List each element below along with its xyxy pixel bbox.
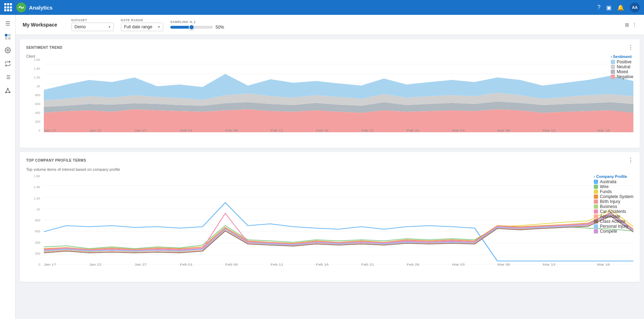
sampling-slider-fill — [170, 26, 192, 29]
x-tick-jan17: Jan 17 — [44, 129, 56, 132]
c-x-tick-feb16: Feb 16 — [316, 263, 329, 266]
class-actions-color — [594, 219, 598, 224]
personal-injury-label: Personal Injury — [600, 224, 628, 229]
sampling-field: SAMPLING % ℹ 50% — [170, 20, 224, 30]
appreciate-line — [44, 215, 633, 252]
company-legend-section[interactable]: › Company Profile — [594, 174, 633, 179]
sentiment-legend-section[interactable]: › Sentiment — [611, 54, 633, 59]
help-icon[interactable]: ? — [597, 4, 601, 11]
car-accidents-color — [594, 209, 598, 214]
nav-right-actions: ? ▣ 🔔 AA — [597, 2, 640, 12]
negative-color — [611, 75, 615, 79]
legend-funds[interactable]: Funds — [594, 189, 633, 194]
legend-australia[interactable]: Australia — [594, 179, 633, 184]
c-x-tick-jan22: Jan 22 — [89, 263, 101, 266]
more-options-icon[interactable]: ⋮ — [632, 22, 637, 28]
x-tick-mar08: Mar 08 — [497, 129, 510, 132]
ytick-2: 1.4K — [26, 67, 40, 70]
ytick-1: 1.6K — [26, 58, 40, 62]
screen-icon[interactable]: ▣ — [606, 4, 611, 11]
legend-car-accidents[interactable]: Car Accidents — [594, 209, 633, 214]
legend-negative[interactable]: Negative — [611, 74, 633, 79]
c-x-tick-feb21: Feb 21 — [361, 263, 374, 266]
c-ytick-5: 800 — [26, 219, 40, 222]
sampling-slider-track[interactable] — [170, 26, 213, 29]
class-actions-line — [44, 216, 633, 253]
mixed-color — [611, 70, 615, 74]
sampling-label: SAMPLING % — [170, 20, 193, 24]
daterange-select[interactable]: Full date range — [121, 23, 163, 31]
appreciate-label: Appreciate — [600, 214, 620, 219]
sentiment-panel-menu[interactable]: ⋮ — [628, 44, 633, 51]
legend-positive[interactable]: Positive — [611, 59, 633, 64]
c-ytick-6: 600 — [26, 230, 40, 233]
c-x-tick-mar08: Mar 08 — [497, 263, 510, 266]
legend-appreciate[interactable]: Appreciate — [594, 214, 633, 219]
legend-mixed[interactable]: Mixed — [611, 69, 633, 74]
ytick-4: 1K — [26, 85, 40, 88]
business-color — [594, 204, 598, 209]
c-x-tick-jan17: Jan 17 — [44, 263, 56, 266]
sampling-slider-thumb[interactable] — [189, 24, 194, 30]
legend-compete[interactable]: Compete — [594, 229, 633, 234]
daterange-label: DATE RANGE — [121, 18, 163, 22]
legend-wire[interactable]: Wire — [594, 184, 633, 189]
c-x-tick-mar03: Mar 03 — [452, 263, 465, 266]
gear-icon[interactable] — [2, 45, 13, 56]
nodes-icon[interactable] — [2, 85, 13, 96]
notification-icon[interactable]: 🔔 — [617, 4, 624, 11]
negative-label: Negative — [617, 74, 633, 79]
x-tick-feb01: Feb 01 — [180, 129, 193, 132]
c-x-tick-jan27: Jan 27 — [135, 263, 147, 266]
user-avatar[interactable]: AA — [630, 2, 640, 12]
c-x-tick-feb01: Feb 01 — [180, 263, 193, 266]
c-ytick-3: 1.2K — [26, 197, 40, 200]
wire-label: Wire — [600, 184, 609, 189]
company-panel-title: TOP COMPANY PROFILE TERMS — [26, 158, 86, 162]
c-x-tick-feb26: Feb 26 — [406, 263, 419, 266]
compete-label: Compete — [600, 229, 617, 234]
top-nav: Analytics ? ▣ 🔔 AA — [0, 0, 644, 15]
company-legend: › Company Profile Australia Wire — [594, 174, 633, 234]
company-chart: Jan 17 Jan 22 Jan 27 Feb 01 Feb 06 Feb 1… — [44, 174, 633, 266]
svg-rect-4 — [5, 37, 7, 40]
appreciate-color — [594, 214, 598, 219]
ytick-6: 600 — [26, 102, 40, 106]
svg-point-0 — [19, 7, 20, 8]
legend-birth-injury[interactable]: Birth Injury — [594, 199, 633, 204]
company-panel-menu[interactable]: ⋮ — [628, 157, 633, 164]
sampling-info-icon[interactable]: ℹ — [194, 20, 195, 24]
c-ytick-8: 200 — [26, 252, 40, 255]
c-x-tick-feb11: Feb 11 — [271, 263, 283, 266]
dataset-select[interactable]: Demo — [71, 23, 114, 31]
personal-injury-color — [594, 224, 598, 228]
left-sidebar: ☰ — [0, 15, 16, 319]
dataset-field: DATASET Demo — [71, 18, 114, 31]
business-line — [44, 214, 633, 251]
svg-line-16 — [6, 89, 7, 92]
sentiment-panel-header: SENTIMENT TREND ⋮ — [26, 44, 633, 51]
daterange-field: DATE RANGE Full date range — [121, 18, 163, 31]
australia-color — [594, 180, 598, 184]
menu-toggle-icon[interactable]: ☰ — [2, 18, 13, 29]
share-settings-icon[interactable]: ⊞ — [625, 22, 629, 28]
legend-class-actions[interactable]: Class Actions — [594, 219, 633, 224]
c-x-tick-mar13: Mar 13 — [543, 263, 555, 266]
exchange-icon[interactable] — [2, 58, 13, 69]
company-panel-header: TOP COMPANY PROFILE TERMS ⋮ — [26, 157, 633, 164]
svg-rect-5 — [8, 37, 11, 40]
complete-system-label: Complete System — [600, 194, 633, 199]
sentiment-chart: Jan 17 Jan 22 Jan 27 Feb 01 Feb 06 Feb 1… — [44, 54, 633, 132]
legend-complete-system[interactable]: Complete System — [594, 194, 633, 199]
legend-personal-injury[interactable]: Personal Injury — [594, 224, 633, 229]
legend-business[interactable]: Business — [594, 204, 633, 209]
svg-line-17 — [8, 89, 10, 92]
dashboard-icon[interactable] — [2, 31, 13, 42]
grid-menu-icon[interactable] — [4, 3, 13, 12]
car-accidents-label: Car Accidents — [600, 209, 626, 214]
svg-point-13 — [7, 88, 8, 89]
legend-neutral[interactable]: Neutral — [611, 64, 633, 69]
list-detail-icon[interactable] — [2, 71, 13, 83]
c-ytick-1: 1.6K — [26, 174, 40, 178]
complete-system-color — [594, 195, 598, 199]
